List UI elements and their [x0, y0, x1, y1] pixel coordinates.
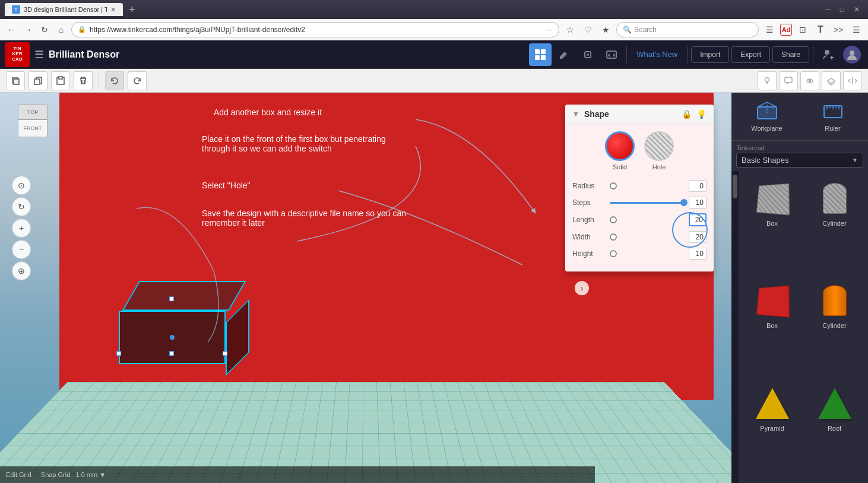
shape-item-roof-green[interactable]: Roof: [806, 381, 863, 478]
export-button[interactable]: Export: [731, 46, 770, 63]
user-add-icon[interactable]: [817, 43, 840, 66]
box-grey-shape: [756, 183, 790, 215]
mirror-button[interactable]: [843, 71, 862, 90]
hammer-view-button[interactable]: [553, 43, 575, 66]
width-knob[interactable]: [610, 233, 617, 241]
extensions-icon[interactable]: >>: [831, 23, 845, 37]
category-dropdown[interactable]: Basic Shapes ▼: [736, 153, 863, 168]
adblock-icon[interactable]: Ad: [780, 24, 792, 36]
solid-option[interactable]: Solid: [605, 131, 635, 171]
paste-button[interactable]: [51, 71, 70, 90]
new-tab-button[interactable]: +: [125, 4, 139, 16]
width-control[interactable]: [610, 233, 684, 241]
close-icon[interactable]: ✕: [850, 5, 863, 14]
zoom-in-button[interactable]: +: [12, 219, 31, 238]
steps-slider-knob[interactable]: [680, 199, 688, 206]
what-new-link[interactable]: What's New: [631, 46, 683, 62]
menu-icon[interactable]: ☰: [849, 23, 863, 37]
resize-handle-bottom[interactable]: [169, 351, 174, 356]
tab-close-icon[interactable]: ✕: [110, 6, 116, 14]
shape-item-box-grey[interactable]: Box: [743, 176, 801, 273]
steps-value[interactable]: 10: [689, 197, 707, 209]
active-tab[interactable]: T 3D design Brilliant Densor | Tinker...…: [5, 3, 123, 16]
length-label: Length: [572, 216, 605, 224]
shape-help-icon[interactable]: 💡: [696, 109, 707, 119]
svg-point-8: [850, 50, 854, 55]
maximize-icon[interactable]: □: [837, 5, 848, 14]
sidebar-icon[interactable]: ☰: [762, 23, 777, 37]
search-bar[interactable]: 🔍 Search: [616, 22, 759, 37]
bookmark-icon[interactable]: ☆: [563, 23, 577, 37]
hole-option[interactable]: Hole: [644, 131, 674, 171]
cube-top[interactable]: TOP: [18, 105, 47, 119]
height-value[interactable]: 10: [689, 248, 707, 260]
heart-icon[interactable]: ♡: [581, 23, 595, 37]
shapes-grid: Box Cylinder Box: [739, 171, 868, 483]
copy-button[interactable]: [28, 71, 47, 90]
home-view-button[interactable]: ⊙: [12, 176, 31, 195]
refresh-button[interactable]: ↻: [38, 23, 51, 36]
forward-button[interactable]: →: [21, 23, 34, 36]
length-control[interactable]: [610, 216, 684, 223]
cube-front[interactable]: FRONT: [18, 119, 47, 137]
scrollbar[interactable]: [731, 171, 739, 483]
grid-view-button[interactable]: [529, 43, 552, 66]
chat-button[interactable]: [779, 71, 798, 90]
shape-panel-collapse-icon[interactable]: ▼: [572, 110, 579, 118]
width-value[interactable]: 20: [689, 231, 707, 243]
redo-button[interactable]: [128, 71, 147, 90]
length-knob[interactable]: [610, 216, 617, 223]
radius-knob[interactable]: [610, 182, 617, 190]
user-avatar-button[interactable]: [841, 43, 863, 66]
delete-button[interactable]: [74, 71, 93, 90]
code-view-button[interactable]: [600, 43, 623, 66]
share-button[interactable]: Share: [772, 46, 809, 63]
view-cube[interactable]: TOP FRONT: [12, 105, 53, 152]
workplane-tool[interactable]: Workplane: [736, 97, 797, 135]
shape-item-box-red[interactable]: Box: [743, 278, 801, 375]
shape-lock-icon[interactable]: 🔒: [682, 109, 692, 119]
resize-handle-right[interactable]: [223, 351, 227, 356]
scrollbar-thumb[interactable]: [733, 175, 737, 198]
typo-icon[interactable]: T: [813, 23, 828, 37]
steps-control[interactable]: [610, 202, 684, 204]
shape-item-pyramid-yellow[interactable]: Pyramid: [743, 381, 801, 478]
layers-button[interactable]: [822, 71, 841, 90]
chevron-right-button[interactable]: ›: [575, 281, 589, 295]
canvas-3d[interactable]: Add another box and resize it Place it o…: [0, 93, 731, 483]
shapes-area: Box Cylinder Box: [731, 171, 868, 483]
height-control[interactable]: [610, 250, 684, 257]
roof-green-thumb: [813, 384, 856, 422]
undo-button[interactable]: [105, 71, 124, 90]
minimize-icon[interactable]: ─: [822, 5, 834, 14]
reader-icon[interactable]: ⊡: [796, 23, 810, 37]
steps-slider[interactable]: [610, 202, 684, 204]
light-bulb-button[interactable]: [758, 71, 777, 90]
shape-item-cylinder-orange[interactable]: Cylinder: [806, 278, 863, 375]
rotate-view-button[interactable]: ↻: [12, 197, 31, 216]
height-knob[interactable]: [610, 250, 617, 257]
url-bar[interactable]: 🔒 https://www.tinkercad.com/things/aj3ui…: [71, 22, 559, 37]
resize-handle-top[interactable]: [169, 296, 174, 301]
ruler-tool[interactable]: Ruler: [802, 97, 863, 135]
edit-grid-text[interactable]: Edit Grid: [6, 471, 31, 478]
star-icon[interactable]: ★: [598, 23, 613, 37]
menu-hamburger-icon[interactable]: ☰: [34, 48, 44, 61]
length-value[interactable]: 20: [689, 213, 707, 226]
radius-control[interactable]: [610, 182, 684, 190]
category-dropdown-icon: ▼: [852, 157, 858, 163]
radius-value[interactable]: 0: [689, 180, 707, 192]
eye-button[interactable]: [800, 71, 819, 90]
import-button[interactable]: Import: [691, 46, 729, 63]
3d-box[interactable]: [119, 299, 237, 364]
home-button[interactable]: ⌂: [55, 23, 68, 36]
fit-view-button[interactable]: ⊕: [12, 261, 31, 280]
browser-titlebar: T 3D design Brilliant Densor | Tinker...…: [0, 0, 868, 19]
back-button[interactable]: ←: [5, 23, 18, 36]
duplicate-button[interactable]: [6, 71, 25, 90]
zoom-out-button[interactable]: −: [12, 240, 31, 259]
resize-handle-left[interactable]: [116, 351, 121, 356]
circuit-view-button[interactable]: [576, 43, 599, 66]
shape-item-cylinder-grey[interactable]: Cylinder: [806, 176, 863, 273]
svg-rect-3: [541, 55, 546, 60]
